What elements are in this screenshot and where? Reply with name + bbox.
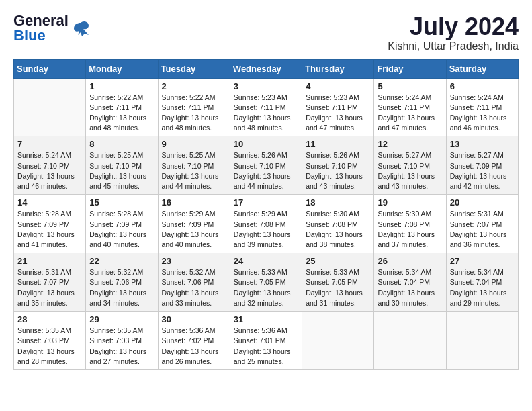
day-number: 12 bbox=[378, 139, 442, 149]
calendar-cell: 24Sunrise: 5:33 AMSunset: 7:05 PMDayligh… bbox=[230, 253, 302, 312]
day-number: 30 bbox=[162, 314, 226, 324]
day-number: 5 bbox=[378, 81, 442, 91]
sunrise-text: Sunrise: 5:27 AM bbox=[378, 151, 431, 159]
weekday-header-tuesday: Tuesday bbox=[158, 59, 230, 78]
daylight-text: Daylight: 13 hours and 38 minutes. bbox=[306, 230, 363, 248]
daylight-text: Daylight: 13 hours and 44 minutes. bbox=[162, 172, 219, 190]
sunset-text: Sunset: 7:10 PM bbox=[89, 162, 142, 170]
sunrise-text: Sunrise: 5:28 AM bbox=[89, 210, 143, 218]
day-info: Sunrise: 5:22 AMSunset: 7:11 PMDaylight:… bbox=[89, 93, 154, 134]
daylight-text: Daylight: 13 hours and 26 minutes. bbox=[162, 347, 219, 365]
sunrise-text: Sunrise: 5:31 AM bbox=[450, 210, 504, 218]
day-number: 3 bbox=[234, 81, 298, 91]
sunset-text: Sunset: 7:02 PM bbox=[162, 336, 214, 345]
logo-line1: General bbox=[13, 13, 69, 28]
daylight-text: Daylight: 13 hours and 35 minutes. bbox=[17, 289, 75, 307]
sunset-text: Sunset: 7:11 PM bbox=[306, 103, 358, 111]
day-number: 26 bbox=[378, 256, 442, 266]
daylight-text: Daylight: 13 hours and 42 minutes. bbox=[450, 172, 507, 190]
day-number: 18 bbox=[306, 197, 370, 208]
calendar-cell: 22Sunrise: 5:32 AMSunset: 7:06 PMDayligh… bbox=[86, 253, 158, 312]
daylight-text: Daylight: 13 hours and 34 minutes. bbox=[89, 289, 146, 307]
calendar-cell bbox=[446, 312, 518, 370]
daylight-text: Daylight: 13 hours and 40 minutes. bbox=[162, 230, 219, 248]
sunrise-text: Sunrise: 5:34 AM bbox=[450, 268, 504, 276]
day-info: Sunrise: 5:30 AMSunset: 7:08 PMDaylight:… bbox=[378, 209, 442, 250]
weekday-header-monday: Monday bbox=[86, 59, 158, 78]
calendar-cell: 3Sunrise: 5:23 AMSunset: 7:11 PMDaylight… bbox=[230, 78, 302, 136]
calendar-cell: 4Sunrise: 5:23 AMSunset: 7:11 PMDaylight… bbox=[302, 78, 374, 136]
day-info: Sunrise: 5:31 AMSunset: 7:07 PMDaylight:… bbox=[17, 267, 82, 308]
sunrise-text: Sunrise: 5:25 AM bbox=[89, 151, 143, 159]
calendar-week-5: 28Sunrise: 5:35 AMSunset: 7:03 PMDayligh… bbox=[14, 312, 519, 370]
daylight-text: Daylight: 13 hours and 40 minutes. bbox=[89, 230, 146, 248]
day-info: Sunrise: 5:24 AMSunset: 7:11 PMDaylight:… bbox=[450, 93, 515, 134]
day-number: 14 bbox=[17, 197, 82, 208]
calendar-cell: 11Sunrise: 5:26 AMSunset: 7:10 PMDayligh… bbox=[302, 136, 374, 195]
sunset-text: Sunset: 7:09 PM bbox=[17, 220, 70, 228]
daylight-text: Daylight: 13 hours and 36 minutes. bbox=[450, 230, 507, 248]
sunset-text: Sunset: 7:08 PM bbox=[378, 220, 430, 228]
daylight-text: Daylight: 13 hours and 43 minutes. bbox=[306, 172, 363, 190]
sunset-text: Sunset: 7:11 PM bbox=[378, 103, 430, 111]
weekday-header-saturday: Saturday bbox=[446, 59, 518, 78]
calendar-cell: 19Sunrise: 5:30 AMSunset: 7:08 PMDayligh… bbox=[374, 195, 446, 253]
day-info: Sunrise: 5:25 AMSunset: 7:10 PMDaylight:… bbox=[89, 150, 154, 191]
location: Kishni, Uttar Pradesh, India bbox=[388, 40, 519, 52]
sunset-text: Sunset: 7:06 PM bbox=[162, 278, 214, 286]
daylight-text: Daylight: 13 hours and 46 minutes. bbox=[17, 172, 75, 190]
daylight-text: Daylight: 13 hours and 39 minutes. bbox=[234, 230, 291, 248]
sunset-text: Sunset: 7:10 PM bbox=[162, 162, 214, 170]
sunset-text: Sunset: 7:06 PM bbox=[89, 278, 142, 286]
daylight-text: Daylight: 13 hours and 33 minutes. bbox=[162, 289, 219, 307]
day-number: 7 bbox=[17, 139, 82, 149]
daylight-text: Daylight: 13 hours and 25 minutes. bbox=[234, 347, 291, 365]
calendar-week-2: 7Sunrise: 5:24 AMSunset: 7:10 PMDaylight… bbox=[14, 136, 519, 195]
calendar-week-1: 1Sunrise: 5:22 AMSunset: 7:11 PMDaylight… bbox=[14, 78, 519, 136]
sunset-text: Sunset: 7:10 PM bbox=[17, 162, 70, 170]
page-header: General Blue July 2024 Kishni, Uttar Pra… bbox=[13, 13, 519, 52]
sunrise-text: Sunrise: 5:24 AM bbox=[450, 93, 504, 101]
calendar-cell bbox=[14, 78, 86, 136]
sunrise-text: Sunrise: 5:35 AM bbox=[89, 326, 143, 334]
day-info: Sunrise: 5:23 AMSunset: 7:11 PMDaylight:… bbox=[306, 93, 370, 134]
sunset-text: Sunset: 7:05 PM bbox=[306, 278, 358, 286]
sunrise-text: Sunrise: 5:22 AM bbox=[89, 93, 143, 101]
day-info: Sunrise: 5:24 AMSunset: 7:11 PMDaylight:… bbox=[378, 93, 442, 134]
calendar-cell: 15Sunrise: 5:28 AMSunset: 7:09 PMDayligh… bbox=[86, 195, 158, 253]
day-number: 25 bbox=[306, 256, 370, 266]
sunset-text: Sunset: 7:04 PM bbox=[450, 278, 502, 286]
calendar-cell: 7Sunrise: 5:24 AMSunset: 7:10 PMDaylight… bbox=[14, 136, 86, 195]
day-number: 9 bbox=[162, 139, 226, 149]
day-number: 21 bbox=[17, 256, 82, 266]
day-info: Sunrise: 5:35 AMSunset: 7:03 PMDaylight:… bbox=[89, 326, 154, 367]
daylight-text: Daylight: 13 hours and 43 minutes. bbox=[378, 172, 435, 190]
day-info: Sunrise: 5:29 AMSunset: 7:09 PMDaylight:… bbox=[162, 209, 226, 250]
daylight-text: Daylight: 13 hours and 47 minutes. bbox=[306, 113, 363, 132]
sunset-text: Sunset: 7:09 PM bbox=[450, 162, 502, 170]
day-number: 31 bbox=[234, 314, 298, 324]
sunset-text: Sunset: 7:10 PM bbox=[306, 162, 358, 170]
day-number: 20 bbox=[450, 197, 515, 208]
day-number: 2 bbox=[162, 81, 226, 91]
logo-line2: Blue bbox=[13, 28, 69, 43]
calendar-cell: 14Sunrise: 5:28 AMSunset: 7:09 PMDayligh… bbox=[14, 195, 86, 253]
calendar-cell: 31Sunrise: 5:36 AMSunset: 7:01 PMDayligh… bbox=[230, 312, 302, 370]
calendar-cell: 29Sunrise: 5:35 AMSunset: 7:03 PMDayligh… bbox=[86, 312, 158, 370]
sunset-text: Sunset: 7:11 PM bbox=[162, 103, 214, 111]
day-number: 1 bbox=[89, 81, 154, 91]
weekday-header-wednesday: Wednesday bbox=[230, 59, 302, 78]
sunrise-text: Sunrise: 5:32 AM bbox=[162, 268, 216, 276]
calendar-cell: 20Sunrise: 5:31 AMSunset: 7:07 PMDayligh… bbox=[446, 195, 518, 253]
calendar-cell: 21Sunrise: 5:31 AMSunset: 7:07 PMDayligh… bbox=[14, 253, 86, 312]
sunset-text: Sunset: 7:09 PM bbox=[89, 220, 142, 228]
title-block: July 2024 Kishni, Uttar Pradesh, India bbox=[388, 13, 519, 52]
day-info: Sunrise: 5:26 AMSunset: 7:10 PMDaylight:… bbox=[234, 150, 298, 191]
day-number: 19 bbox=[378, 197, 442, 208]
day-info: Sunrise: 5:22 AMSunset: 7:11 PMDaylight:… bbox=[162, 93, 226, 134]
app-logo: General Blue bbox=[13, 13, 90, 43]
weekday-header-thursday: Thursday bbox=[302, 59, 374, 78]
day-info: Sunrise: 5:23 AMSunset: 7:11 PMDaylight:… bbox=[234, 93, 298, 134]
sunrise-text: Sunrise: 5:23 AM bbox=[306, 93, 359, 101]
day-info: Sunrise: 5:27 AMSunset: 7:10 PMDaylight:… bbox=[378, 150, 442, 191]
